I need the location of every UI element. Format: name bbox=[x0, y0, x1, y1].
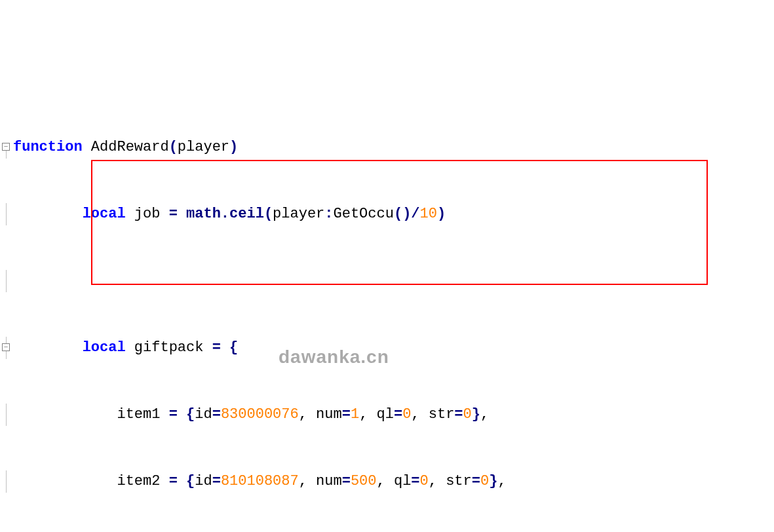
code-line: local job = math.ceil(player:GetOccu()/1… bbox=[0, 203, 774, 225]
code-line: item1 = {id=830000076, num=1, ql=0, str=… bbox=[0, 404, 774, 426]
code-line bbox=[0, 270, 774, 292]
function-name: AddReward bbox=[91, 139, 169, 155]
fold-gutter[interactable]: − bbox=[0, 136, 13, 159]
fold-minus-icon[interactable]: − bbox=[2, 343, 10, 351]
fold-minus-icon[interactable]: − bbox=[2, 143, 10, 151]
code-line: item2 = {id=810108087, num=500, ql=0, st… bbox=[0, 470, 774, 493]
code-editor[interactable]: − function AddReward(player) local job =… bbox=[0, 92, 774, 532]
keyword-function: function bbox=[13, 139, 83, 155]
code-line: − function AddReward(player) bbox=[0, 136, 774, 159]
code-line: − local giftpack = { bbox=[0, 337, 774, 359]
